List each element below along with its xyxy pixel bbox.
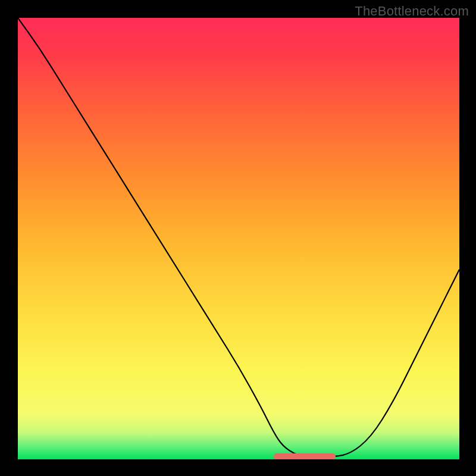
curve-path	[18, 18, 459, 457]
plot-container	[18, 18, 459, 459]
optimal-zone-marker	[274, 453, 336, 459]
chart-frame: TheBottleneck.com	[0, 0, 476, 476]
bottleneck-curve	[18, 18, 459, 459]
watermark-text: TheBottleneck.com	[355, 4, 469, 19]
